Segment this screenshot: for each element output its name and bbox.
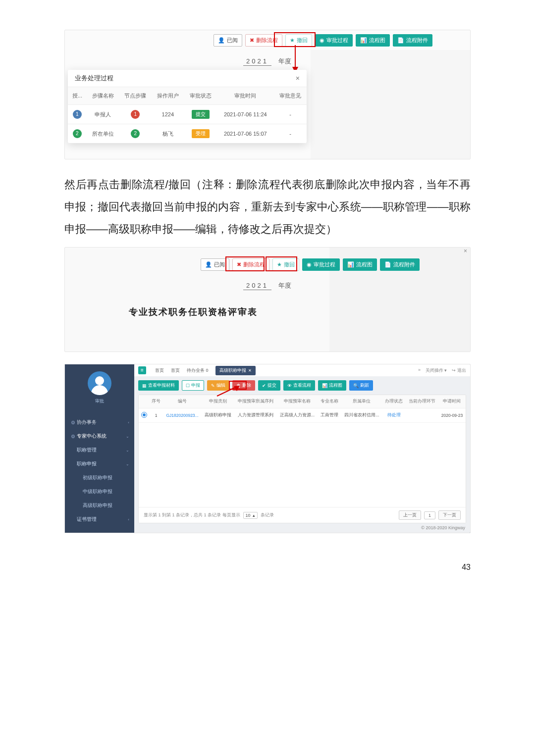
sidebar-item-title-mgmt[interactable]: 职称管理⌄	[65, 443, 134, 457]
status-text: 待处理	[382, 408, 406, 423]
footer-summary-b: 条记录	[261, 512, 274, 518]
btn-flowchart[interactable]: 📊流程图	[343, 258, 377, 271]
col-name: 申报预审名称	[277, 395, 318, 408]
star-icon: ★	[290, 37, 295, 44]
per-page-select[interactable]: 10▴	[243, 512, 258, 519]
code-link[interactable]: GJ1820200923...	[163, 408, 202, 423]
process-table: 授... 步骤名称 节点步骤 操作用户 审批状态 审批时间 审批意见 1 申报人…	[68, 87, 307, 143]
col-time: 申请时间	[438, 395, 466, 408]
main-area: ≡ 首页 首页 待办业务 0 高级职称申报✕ » 关闭操作 ▾ ↪ 退出 ▦ 查…	[134, 364, 470, 533]
btn-flowchart[interactable]: 📊 流程图	[318, 380, 346, 391]
chart-icon: 📊	[347, 261, 354, 268]
eye-icon: ◉	[307, 261, 312, 268]
sidebar-item-senior[interactable]: 高级职称申报	[65, 499, 134, 512]
btn-delete[interactable]: 🗑 删除	[232, 380, 255, 391]
x-icon: ✖	[237, 261, 241, 268]
next-page-button[interactable]: 下一页	[438, 510, 461, 520]
sidebar-item-expert[interactable]: ⚙专家中心系统⌄	[65, 429, 134, 443]
year-value: 2021	[243, 282, 271, 290]
col-node: 当前办理环节	[406, 395, 438, 408]
x-icon: ✖	[250, 37, 254, 44]
col-series: 申报预审所属序列	[234, 395, 276, 408]
logout-link[interactable]: ↪ 退出	[452, 367, 466, 374]
tab-home[interactable]: 首页	[171, 367, 180, 374]
topbar: ≡ 首页 首页 待办业务 0 高级职称申报✕ » 关闭操作 ▾ ↪ 退出	[134, 364, 470, 376]
eye-icon: ◉	[320, 37, 324, 44]
status-badge: 提交	[192, 110, 210, 119]
col-opinion: 审批意见	[274, 87, 307, 105]
node-badge: 1	[131, 110, 140, 119]
hamburger-icon[interactable]: ≡	[138, 366, 146, 374]
idx-badge: 2	[73, 129, 82, 138]
status-badge: 受理	[192, 129, 210, 138]
chevron-left-icon: ‹	[128, 420, 129, 425]
gear-icon: ⚙	[71, 420, 74, 425]
tab-senior-apply[interactable]: 高级职称申报✕	[215, 366, 256, 375]
screenshot-system-list: 审批 ⚙协办事务‹ ⚙专家中心系统⌄ 职称管理⌄ 职称申报⌄ 初级职称申报 中级…	[64, 364, 471, 533]
user-icon: 👤	[205, 261, 212, 268]
btn-refresh[interactable]: 🔍 刷新	[349, 380, 373, 391]
sidebar-item-cert[interactable]: 证书管理‹	[65, 512, 134, 526]
star-icon: ★	[277, 261, 282, 268]
user-icon: 👤	[218, 37, 225, 44]
idx-badge: 1	[73, 110, 82, 119]
btn-apply[interactable]: ☐ 申报	[182, 380, 204, 391]
table-row: 1 申报人 1 1224 提交 2021-07-06 11:24 -	[68, 105, 307, 124]
btn-flowchart[interactable]: 📊流程图	[356, 34, 390, 47]
list-toolbar: ▦ 查看申报材料 ☐ 申报 ✎ 编辑 🗑 删除 ✔ 提交 👁 查看流程 📊 流程…	[134, 376, 470, 395]
btn-delete-flow[interactable]: ✖删除流程	[245, 34, 282, 47]
btn-recall[interactable]: ★撤回	[285, 34, 312, 47]
sidebar-item-todo[interactable]: ⚙协办事务‹	[65, 415, 134, 429]
close-ops[interactable]: 关闭操作 ▾	[426, 367, 447, 374]
prev-page-button[interactable]: 上一页	[399, 510, 421, 520]
btn-approval-process[interactable]: ◉审批过程	[302, 258, 340, 271]
col-select	[139, 395, 149, 408]
btn-submit[interactable]: ✔ 提交	[258, 380, 280, 391]
page-number[interactable]: 1	[424, 511, 435, 519]
col-step: 步骤名称	[87, 87, 119, 105]
col-status: 办理状态	[382, 395, 406, 408]
col-auth: 授...	[68, 87, 87, 105]
row-radio[interactable]	[141, 412, 147, 418]
table-row: 2 所在单位 2 杨飞 受理 2021-07-06 15:07 -	[68, 124, 307, 144]
sidebar-item-junior[interactable]: 初级职称申报	[65, 471, 134, 485]
instruction-paragraph: 然后再点击删除流程/撤回（注释：删除流程代表彻底删除此次申报内容，当年不再申报；…	[64, 173, 471, 240]
btn-attachments[interactable]: 📄流程附件	[380, 258, 420, 271]
table-footer: 显示第 1 到第 1 条记录，总共 1 条记录 每页显示 10▴ 条记录 上一页…	[139, 507, 466, 523]
year-label: 年度	[278, 57, 291, 66]
breadcrumb-home[interactable]: 首页	[155, 367, 164, 374]
blank-panel	[311, 50, 470, 159]
btn-view-materials[interactable]: ▦ 查看申报材料	[138, 380, 179, 391]
form-title: 专业技术职务任职资格评审表	[65, 306, 321, 318]
btn-read[interactable]: 👤已阅	[201, 258, 229, 271]
breadcrumb-next[interactable]: »	[418, 367, 421, 374]
username: 审批	[65, 398, 134, 404]
chevron-down-icon: ⌄	[126, 462, 129, 466]
close-icon[interactable]: ×	[296, 74, 300, 82]
chevron-down-icon: ⌄	[126, 448, 129, 453]
node-badge: 2	[131, 129, 140, 138]
btn-attachments[interactable]: 📄流程附件	[393, 34, 432, 47]
btn-read[interactable]: 👤已阅	[214, 34, 242, 47]
toolbar: 👤已阅 ✖删除流程 ★撤回 ◉审批过程 📊流程图 📄流程附件	[201, 258, 420, 271]
col-type: 申报类别	[202, 395, 234, 408]
toolbar: 👤已阅 ✖删除流程 ★撤回 ◉审批过程 📊流程图 📄流程附件	[214, 34, 432, 47]
chevron-left-icon: ‹	[128, 517, 129, 522]
year-field: 2021 年度	[243, 57, 291, 66]
tab-todo[interactable]: 待办业务 0	[187, 367, 209, 374]
table-row[interactable]: 1 GJ1820200923... 高级职称申报 人力资源管理系列 正高级人力资…	[139, 408, 466, 423]
close-icon[interactable]: ×	[464, 248, 467, 254]
btn-view-flow[interactable]: 👁 查看流程	[283, 380, 315, 391]
col-node: 节点步骤	[119, 87, 152, 105]
btn-recall[interactable]: ★撤回	[272, 258, 299, 271]
btn-edit[interactable]: ✎ 编辑	[207, 380, 229, 391]
close-icon[interactable]: ✕	[248, 368, 252, 373]
sidebar-item-mid[interactable]: 中级职称申报	[65, 485, 134, 499]
btn-approval-process[interactable]: ◉审批过程	[315, 34, 353, 47]
col-seq: 序号	[149, 395, 163, 408]
btn-delete-flow[interactable]: ✖删除流程	[232, 258, 269, 271]
col-user: 操作用户	[152, 87, 184, 105]
avatar	[88, 371, 111, 395]
sidebar-item-title-apply[interactable]: 职称申报⌄	[65, 457, 134, 471]
approval-process-modal: 业务处理过程 × 授... 步骤名称 节点步骤 操作用户 审批状态 审批时间 审…	[68, 70, 307, 143]
